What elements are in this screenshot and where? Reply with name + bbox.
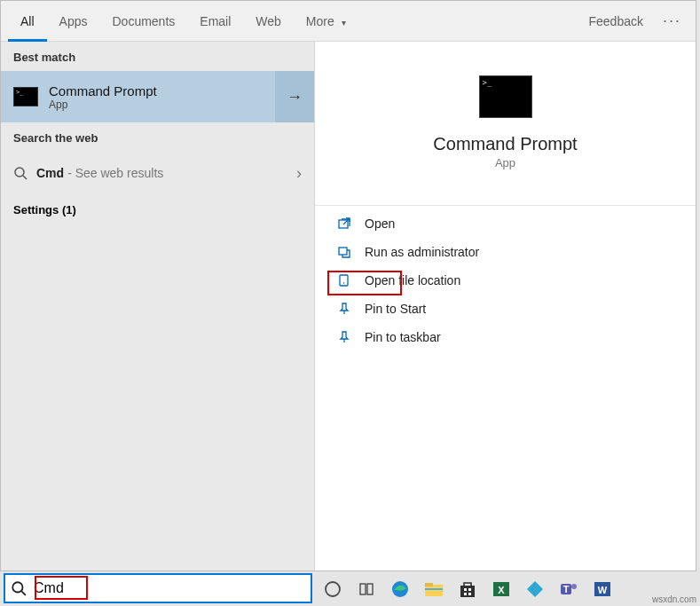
action-pin-taskbar[interactable]: Pin to taskbar bbox=[315, 323, 696, 351]
svg-point-0 bbox=[15, 168, 24, 177]
word-icon[interactable]: W bbox=[591, 578, 614, 601]
web-result-hint: - See web results bbox=[67, 166, 163, 180]
best-match-subtitle: App bbox=[49, 98, 157, 111]
task-view-icon[interactable] bbox=[355, 578, 378, 601]
svg-text:X: X bbox=[498, 585, 505, 595]
search-input[interactable] bbox=[32, 579, 305, 597]
excel-icon[interactable]: X bbox=[490, 578, 513, 601]
chevron-right-icon: › bbox=[296, 164, 302, 183]
svg-rect-19 bbox=[468, 593, 471, 595]
web-result-query: Cmd bbox=[36, 166, 64, 180]
preview-title: Command Prompt bbox=[433, 134, 577, 154]
svg-rect-9 bbox=[360, 584, 366, 594]
svg-rect-17 bbox=[468, 588, 471, 591]
search-icon bbox=[11, 580, 27, 596]
action-pin-start[interactable]: Pin to Start bbox=[315, 295, 696, 323]
action-open-label: Open bbox=[365, 216, 395, 231]
tab-apps[interactable]: Apps bbox=[47, 1, 100, 42]
kodi-icon[interactable] bbox=[523, 578, 547, 601]
store-icon[interactable] bbox=[456, 578, 479, 601]
svg-line-1 bbox=[23, 176, 27, 179]
results-pane: Best match Command Prompt App → Search t… bbox=[1, 42, 315, 571]
svg-rect-13 bbox=[425, 583, 433, 586]
taskbar-search[interactable] bbox=[4, 573, 312, 603]
svg-marker-22 bbox=[527, 581, 543, 597]
watermark: wsxdn.com bbox=[652, 594, 696, 604]
pin-icon bbox=[336, 329, 352, 345]
more-options-icon[interactable]: ··· bbox=[656, 12, 688, 30]
action-open-location-label: Open file location bbox=[365, 273, 460, 287]
svg-line-7 bbox=[21, 591, 26, 595]
svg-rect-3 bbox=[339, 248, 347, 255]
filter-tabs: All Apps Documents Email Web More ▾ Feed… bbox=[1, 1, 696, 42]
svg-text:W: W bbox=[598, 585, 608, 595]
action-open[interactable]: Open bbox=[315, 209, 696, 238]
search-web-header: Search the web bbox=[1, 122, 314, 152]
web-result[interactable]: Cmd - See web results › bbox=[1, 152, 314, 194]
search-icon bbox=[13, 166, 28, 180]
action-pin-start-label: Pin to Start bbox=[365, 302, 426, 316]
svg-point-5 bbox=[343, 282, 345, 284]
action-run-admin[interactable]: Run as administrator bbox=[315, 238, 696, 266]
svg-rect-16 bbox=[464, 588, 467, 591]
taskbar: X T W bbox=[318, 573, 614, 605]
tab-all[interactable]: All bbox=[8, 1, 47, 42]
edge-icon[interactable] bbox=[389, 578, 412, 601]
expand-arrow-icon[interactable]: → bbox=[275, 71, 314, 122]
start-search-window: All Apps Documents Email Web More ▾ Feed… bbox=[0, 0, 696, 571]
svg-rect-15 bbox=[460, 586, 475, 597]
preview-subtitle: App bbox=[495, 156, 515, 169]
shield-icon bbox=[336, 244, 352, 260]
best-match-header: Best match bbox=[1, 42, 314, 71]
pin-icon bbox=[336, 301, 352, 317]
file-explorer-icon[interactable] bbox=[422, 578, 445, 601]
action-open-location[interactable]: Open file location bbox=[315, 266, 696, 295]
action-pin-taskbar-label: Pin to taskbar bbox=[365, 330, 441, 344]
svg-point-8 bbox=[326, 582, 340, 596]
svg-point-25 bbox=[571, 584, 577, 589]
preview-pane: Command Prompt App Open Run as administr… bbox=[315, 42, 696, 571]
svg-point-6 bbox=[12, 582, 22, 592]
svg-rect-10 bbox=[367, 584, 373, 594]
settings-group[interactable]: Settings (1) bbox=[1, 194, 314, 225]
best-match-result[interactable]: Command Prompt App → bbox=[1, 71, 314, 122]
action-run-admin-label: Run as administrator bbox=[365, 245, 479, 259]
tab-documents[interactable]: Documents bbox=[99, 1, 187, 42]
cortana-icon[interactable] bbox=[321, 578, 344, 601]
svg-rect-18 bbox=[464, 593, 467, 595]
teams-icon[interactable]: T bbox=[557, 578, 580, 601]
folder-icon bbox=[336, 272, 352, 288]
feedback-link[interactable]: Feedback bbox=[589, 14, 643, 28]
open-icon bbox=[336, 216, 352, 232]
tab-more[interactable]: More ▾ bbox=[294, 1, 358, 42]
tab-email[interactable]: Email bbox=[187, 1, 243, 42]
command-prompt-icon bbox=[13, 87, 38, 106]
tab-more-label: More bbox=[306, 14, 334, 28]
chevron-down-icon: ▾ bbox=[342, 18, 346, 28]
svg-rect-14 bbox=[425, 588, 443, 590]
best-match-title: Command Prompt bbox=[49, 83, 157, 98]
svg-text:T: T bbox=[563, 584, 570, 594]
command-prompt-icon-large bbox=[479, 75, 532, 118]
svg-rect-4 bbox=[340, 275, 348, 286]
tab-web[interactable]: Web bbox=[243, 1, 294, 42]
actions-list: Open Run as administrator Open file loca… bbox=[315, 205, 696, 355]
